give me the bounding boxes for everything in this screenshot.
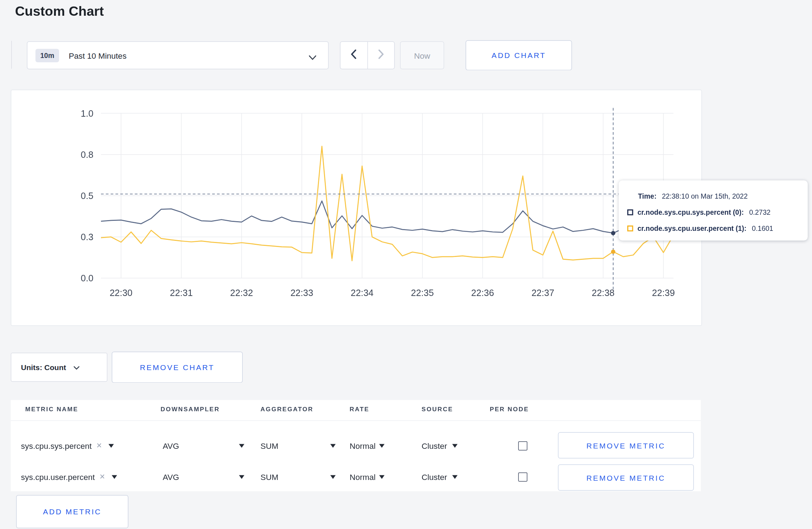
x-tick-label: 22:37: [531, 288, 554, 298]
page-title: Custom Chart: [15, 3, 104, 19]
rate-select[interactable]: Normal: [350, 461, 385, 492]
tooltip-time-value: 22:38:10 on Mar 15th, 2022: [662, 192, 748, 200]
now-button[interactable]: Now: [400, 42, 444, 69]
header-aggregator: AGGREGATOR: [261, 406, 314, 412]
y-tick-label: 0.0: [81, 273, 93, 283]
metric-name-select[interactable]: sys.cpu.user.percent ×: [21, 461, 117, 492]
custom-chart-page: Custom Chart 10m Past 10 Minutes Now ADD…: [0, 0, 812, 529]
header-per-node: PER NODE: [490, 406, 529, 412]
tooltip-time-key: Time:: [638, 192, 657, 200]
header-rate: RATE: [350, 406, 369, 412]
header-metric-name: METRIC NAME: [25, 406, 78, 412]
time-window-label: Past 10 Minutes: [69, 51, 126, 60]
toolbar-divider: [11, 41, 12, 69]
aggregator-select[interactable]: SUM: [261, 430, 336, 461]
source-value: Cluster: [422, 441, 447, 450]
time-window-badge: 10m: [35, 49, 59, 62]
metric-name-value: sys.cpu.user.percent: [21, 472, 95, 481]
metric-name-select[interactable]: sys.cpu.sys.percent ×: [21, 430, 114, 461]
x-tick-label: 22:39: [652, 288, 675, 298]
x-tick-label: 22:30: [110, 288, 132, 298]
caret-down-icon: [239, 444, 245, 448]
x-tick-label: 22:34: [351, 288, 373, 298]
x-tick-label: 22:36: [471, 288, 494, 298]
prev-time-button[interactable]: [340, 42, 368, 69]
aggregator-select[interactable]: SUM: [261, 461, 336, 492]
source-select[interactable]: Cluster: [422, 430, 458, 461]
series-line-user: [101, 146, 673, 261]
header-source: SOURCE: [422, 406, 453, 412]
clear-icon[interactable]: ×: [97, 440, 102, 451]
next-time-button[interactable]: [368, 42, 394, 69]
hover-point-0: [611, 231, 615, 235]
aggregator-value: SUM: [261, 472, 279, 481]
remove-metric-button[interactable]: REMOVE METRIC: [558, 465, 694, 491]
tooltip-series-user-label: cr.node.sys.cpu.user.percent (1):: [638, 224, 747, 232]
units-label: Units: Count: [21, 363, 66, 372]
chevron-right-icon: [378, 49, 384, 61]
caret-down-icon: [452, 475, 457, 479]
add-chart-button[interactable]: ADD CHART: [466, 40, 572, 71]
chart-card: 0.00.30.50.81.022:3022:3122:3222:3322:34…: [11, 90, 702, 326]
tooltip-series-sys-label: cr.node.sys.cpu.sys.percent (0):: [638, 208, 744, 216]
caret-down-icon: [380, 444, 385, 448]
units-dropdown[interactable]: Units: Count: [11, 353, 107, 382]
per-node-checkbox[interactable]: [518, 441, 528, 450]
caret-down-icon: [380, 475, 385, 479]
per-node-checkbox[interactable]: [518, 472, 528, 481]
caret-down-icon: [330, 475, 336, 479]
caret-down-icon: [330, 444, 336, 448]
rate-select[interactable]: Normal: [350, 430, 385, 461]
downsampler-value: AVG: [163, 472, 179, 481]
downsampler-value: AVG: [163, 441, 179, 450]
y-tick-label: 1.0: [81, 108, 93, 118]
caret-down-icon: [108, 444, 113, 448]
time-nav-group: [340, 42, 395, 69]
y-tick-label: 0.8: [81, 150, 93, 160]
downsampler-select[interactable]: AVG: [163, 430, 245, 461]
caret-down-icon: [239, 475, 245, 479]
rate-value: Normal: [350, 472, 376, 481]
chevron-down-icon: [309, 53, 316, 62]
chevron-left-icon: [351, 49, 357, 61]
metrics-table-header: METRIC NAME DOWNSAMPLER AGGREGATOR RATE …: [11, 400, 701, 421]
x-tick-label: 22:38: [592, 288, 615, 298]
x-tick-label: 22:33: [290, 288, 313, 298]
x-tick-label: 22:31: [170, 288, 193, 298]
tooltip-series-user-value: 0.1601: [752, 224, 773, 232]
remove-metric-button[interactable]: REMOVE METRIC: [558, 432, 694, 459]
rate-value: Normal: [350, 441, 376, 450]
remove-chart-button[interactable]: REMOVE CHART: [112, 352, 243, 383]
chevron-down-icon: [73, 363, 79, 372]
y-tick-label: 0.3: [81, 232, 93, 242]
aggregator-value: SUM: [261, 441, 279, 450]
per-node-cell: [518, 430, 528, 461]
series-line-sys: [101, 201, 673, 233]
time-window-dropdown[interactable]: 10m Past 10 Minutes: [27, 42, 329, 69]
caret-down-icon: [111, 475, 117, 479]
clear-icon[interactable]: ×: [100, 471, 105, 482]
source-select[interactable]: Cluster: [422, 461, 458, 492]
downsampler-select[interactable]: AVG: [163, 461, 245, 492]
hover-point-1: [611, 249, 615, 254]
series-swatch-sys-icon: [627, 209, 633, 215]
caret-down-icon: [452, 444, 457, 448]
chart-tooltip: Time: 22:38:10 on Mar 15th, 2022 cr.node…: [619, 180, 808, 241]
timeseries-chart[interactable]: 0.00.30.50.81.022:3022:3122:3222:3322:34…: [11, 90, 702, 325]
metric-name-value: sys.cpu.sys.percent: [21, 441, 92, 450]
series-swatch-user-icon: [627, 225, 633, 231]
header-downsampler: DOWNSAMPLER: [161, 406, 220, 412]
tooltip-series-sys-value: 0.2732: [749, 208, 770, 216]
x-tick-label: 22:32: [230, 288, 253, 298]
table-row: sys.cpu.sys.percent × AVG SUM Normal Clu…: [11, 430, 701, 461]
table-row: sys.cpu.user.percent × AVG SUM Normal Cl…: [11, 461, 701, 492]
y-tick-label: 0.5: [81, 191, 93, 201]
add-metric-button[interactable]: ADD METRIC: [16, 495, 129, 528]
x-tick-label: 22:35: [411, 288, 434, 298]
metrics-table: METRIC NAME DOWNSAMPLER AGGREGATOR RATE …: [11, 400, 701, 491]
per-node-cell: [518, 461, 528, 492]
source-value: Cluster: [422, 472, 447, 481]
